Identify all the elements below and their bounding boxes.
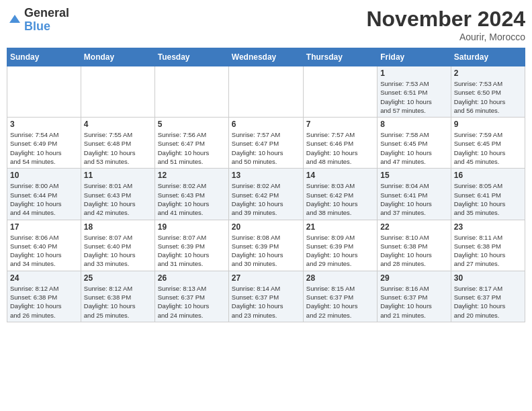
day-detail: Sunrise: 8:12 AM Sunset: 6:38 PM Dayligh… — [84, 284, 152, 320]
day-detail: Sunrise: 8:01 AM Sunset: 6:43 PM Dayligh… — [84, 181, 152, 217]
month-title: November 2024 — [366, 7, 525, 32]
calendar-table: SundayMondayTuesdayWednesdayThursdayFrid… — [7, 48, 525, 322]
day-cell: 18Sunrise: 8:07 AM Sunset: 6:40 PM Dayli… — [81, 220, 154, 271]
day-cell: 17Sunrise: 8:06 AM Sunset: 6:40 PM Dayli… — [7, 220, 81, 271]
day-cell: 5Sunrise: 7:56 AM Sunset: 6:47 PM Daylig… — [154, 118, 228, 169]
weekday-header-monday: Monday — [81, 48, 154, 66]
day-cell: 1Sunrise: 7:53 AM Sunset: 6:51 PM Daylig… — [378, 66, 451, 118]
day-number: 11 — [84, 171, 152, 180]
day-number: 2 — [454, 68, 522, 78]
day-detail: Sunrise: 8:17 AM Sunset: 6:37 PM Dayligh… — [454, 284, 522, 320]
day-number: 8 — [380, 120, 447, 129]
week-row-1: 1Sunrise: 7:53 AM Sunset: 6:51 PM Daylig… — [7, 66, 525, 118]
day-detail: Sunrise: 7:57 AM Sunset: 6:46 PM Dayligh… — [306, 130, 374, 166]
day-number: 29 — [380, 273, 447, 283]
day-cell — [303, 66, 377, 118]
day-detail: Sunrise: 8:14 AM Sunset: 6:37 PM Dayligh… — [232, 284, 300, 320]
logo-blue-text: Blue — [24, 20, 69, 34]
day-detail: Sunrise: 8:03 AM Sunset: 6:42 PM Dayligh… — [306, 181, 374, 217]
day-number: 28 — [306, 273, 374, 283]
day-number: 13 — [232, 171, 300, 180]
day-cell: 16Sunrise: 8:05 AM Sunset: 6:41 PM Dayli… — [451, 169, 525, 220]
day-number: 25 — [84, 273, 152, 283]
page-header: General Blue November 2024 Aourir, Moroc… — [7, 7, 525, 42]
day-detail: Sunrise: 8:07 AM Sunset: 6:39 PM Dayligh… — [158, 233, 226, 269]
day-cell: 13Sunrise: 8:02 AM Sunset: 6:42 PM Dayli… — [228, 169, 303, 220]
day-detail: Sunrise: 8:11 AM Sunset: 6:38 PM Dayligh… — [454, 233, 522, 269]
day-cell: 29Sunrise: 8:16 AM Sunset: 6:37 PM Dayli… — [378, 271, 451, 322]
day-detail: Sunrise: 8:16 AM Sunset: 6:37 PM Dayligh… — [380, 284, 447, 320]
day-cell: 23Sunrise: 8:11 AM Sunset: 6:38 PM Dayli… — [451, 220, 525, 271]
day-cell: 15Sunrise: 8:04 AM Sunset: 6:41 PM Dayli… — [378, 169, 451, 220]
day-cell: 14Sunrise: 8:03 AM Sunset: 6:42 PM Dayli… — [303, 169, 377, 220]
day-detail: Sunrise: 8:05 AM Sunset: 6:41 PM Dayligh… — [454, 181, 522, 217]
day-detail: Sunrise: 7:59 AM Sunset: 6:45 PM Dayligh… — [454, 130, 522, 166]
day-detail: Sunrise: 7:53 AM Sunset: 6:50 PM Dayligh… — [454, 79, 522, 115]
day-detail: Sunrise: 7:54 AM Sunset: 6:49 PM Dayligh… — [10, 130, 78, 166]
calendar-header: SundayMondayTuesdayWednesdayThursdayFrid… — [7, 48, 525, 66]
day-number: 16 — [454, 171, 522, 180]
day-number: 18 — [84, 222, 152, 232]
day-detail: Sunrise: 8:07 AM Sunset: 6:40 PM Dayligh… — [84, 233, 152, 269]
day-cell: 9Sunrise: 7:59 AM Sunset: 6:45 PM Daylig… — [451, 118, 525, 169]
week-row-2: 3Sunrise: 7:54 AM Sunset: 6:49 PM Daylig… — [7, 118, 525, 169]
svg-marker-0 — [9, 15, 20, 23]
day-number: 6 — [232, 120, 300, 129]
day-number: 26 — [158, 273, 226, 283]
day-cell: 24Sunrise: 8:12 AM Sunset: 6:38 PM Dayli… — [7, 271, 81, 322]
weekday-header-saturday: Saturday — [451, 48, 525, 66]
week-row-5: 24Sunrise: 8:12 AM Sunset: 6:38 PM Dayli… — [7, 271, 525, 322]
day-cell — [7, 66, 81, 118]
day-cell: 7Sunrise: 7:57 AM Sunset: 6:46 PM Daylig… — [303, 118, 377, 169]
day-number: 27 — [232, 273, 300, 283]
day-cell: 26Sunrise: 8:13 AM Sunset: 6:37 PM Dayli… — [154, 271, 228, 322]
day-cell: 3Sunrise: 7:54 AM Sunset: 6:49 PM Daylig… — [7, 118, 81, 169]
day-number: 22 — [380, 222, 447, 232]
day-detail: Sunrise: 8:02 AM Sunset: 6:43 PM Dayligh… — [158, 181, 226, 217]
weekday-header-friday: Friday — [378, 48, 451, 66]
day-detail: Sunrise: 8:00 AM Sunset: 6:44 PM Dayligh… — [10, 181, 78, 217]
logo-icon — [7, 12, 23, 28]
day-cell — [154, 66, 228, 118]
week-row-3: 10Sunrise: 8:00 AM Sunset: 6:44 PM Dayli… — [7, 169, 525, 220]
day-number: 3 — [10, 120, 78, 129]
logo-general-text: General — [24, 7, 69, 20]
day-cell: 30Sunrise: 8:17 AM Sunset: 6:37 PM Dayli… — [451, 271, 525, 322]
day-number: 9 — [454, 120, 522, 129]
day-number: 30 — [454, 273, 522, 283]
day-cell: 10Sunrise: 8:00 AM Sunset: 6:44 PM Dayli… — [7, 169, 81, 220]
day-number: 23 — [454, 222, 522, 232]
day-number: 10 — [10, 171, 78, 180]
day-number: 17 — [10, 222, 78, 232]
day-detail: Sunrise: 7:57 AM Sunset: 6:47 PM Dayligh… — [232, 130, 300, 166]
day-cell: 22Sunrise: 8:10 AM Sunset: 6:38 PM Dayli… — [378, 220, 451, 271]
weekday-header-sunday: Sunday — [7, 48, 81, 66]
day-detail: Sunrise: 8:08 AM Sunset: 6:39 PM Dayligh… — [232, 233, 300, 269]
day-detail: Sunrise: 7:55 AM Sunset: 6:48 PM Dayligh… — [84, 130, 152, 166]
day-cell: 11Sunrise: 8:01 AM Sunset: 6:43 PM Dayli… — [81, 169, 154, 220]
title-area: November 2024 Aourir, Morocco — [366, 7, 525, 42]
day-cell: 8Sunrise: 7:58 AM Sunset: 6:45 PM Daylig… — [378, 118, 451, 169]
day-detail: Sunrise: 8:15 AM Sunset: 6:37 PM Dayligh… — [306, 284, 374, 320]
day-cell: 25Sunrise: 8:12 AM Sunset: 6:38 PM Dayli… — [81, 271, 154, 322]
day-number: 12 — [158, 171, 226, 180]
day-cell: 6Sunrise: 7:57 AM Sunset: 6:47 PM Daylig… — [228, 118, 303, 169]
week-row-4: 17Sunrise: 8:06 AM Sunset: 6:40 PM Dayli… — [7, 220, 525, 271]
calendar-body: 1Sunrise: 7:53 AM Sunset: 6:51 PM Daylig… — [7, 66, 525, 322]
day-cell — [81, 66, 154, 118]
day-cell: 21Sunrise: 8:09 AM Sunset: 6:39 PM Dayli… — [303, 220, 377, 271]
day-cell: 19Sunrise: 8:07 AM Sunset: 6:39 PM Dayli… — [154, 220, 228, 271]
day-number: 20 — [232, 222, 300, 232]
day-detail: Sunrise: 8:09 AM Sunset: 6:39 PM Dayligh… — [306, 233, 374, 269]
day-cell — [228, 66, 303, 118]
day-detail: Sunrise: 7:56 AM Sunset: 6:47 PM Dayligh… — [158, 130, 226, 166]
day-number: 21 — [306, 222, 374, 232]
day-number: 4 — [84, 120, 152, 129]
day-number: 5 — [158, 120, 226, 129]
day-number: 1 — [380, 68, 447, 78]
day-detail: Sunrise: 7:58 AM Sunset: 6:45 PM Dayligh… — [380, 130, 447, 166]
day-detail: Sunrise: 8:10 AM Sunset: 6:38 PM Dayligh… — [380, 233, 447, 269]
weekday-header-tuesday: Tuesday — [154, 48, 228, 66]
weekday-header-wednesday: Wednesday — [228, 48, 303, 66]
day-detail: Sunrise: 8:13 AM Sunset: 6:37 PM Dayligh… — [158, 284, 226, 320]
